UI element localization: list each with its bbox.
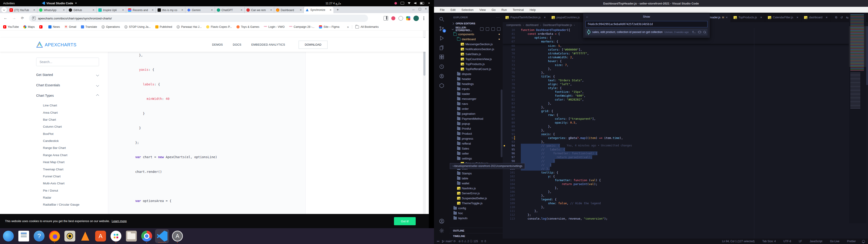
vscode-title-bar[interactable]: DashboardTopHeader.js - seller-storefron… (434, 0, 868, 7)
apexcharts-logo[interactable]: APEXCHARTS (36, 41, 76, 48)
bookmark-item[interactable]: Maps (23, 25, 35, 28)
site-nav-link[interactable]: DEMOS (212, 43, 223, 46)
remote-explorer-icon[interactable] (439, 83, 445, 89)
bookmark-item[interactable]: Login - VWO (264, 25, 285, 28)
sidebar-chart-type-link[interactable]: Line Chart (36, 102, 104, 109)
tree-item[interactable]: Printful (450, 126, 503, 131)
lightbulb-icon[interactable] (503, 132, 506, 136)
tree-item[interactable]: inputs (450, 86, 503, 91)
extensions-puzzle-icon[interactable] (406, 16, 410, 20)
tree-item[interactable]: headings (450, 81, 503, 86)
lightbulb-icon[interactable] (503, 59, 506, 63)
diagnostics-status[interactable]: 0 2 125 (458, 240, 478, 243)
lightbulb-icon[interactable] (503, 201, 506, 205)
tree-item[interactable]: ServerError.js (450, 191, 503, 196)
bookmark-item[interactable]: Flavio Copes P... (206, 25, 232, 28)
menu-item[interactable]: View (479, 8, 486, 11)
status-bar-item[interactable]: JavaScript (810, 240, 822, 243)
browser-tab[interactable]: Dashboard (274, 7, 304, 13)
minimize-button[interactable] (412, 8, 415, 10)
tree-item[interactable]: PaymentMethod (450, 116, 503, 121)
tab-close-icon[interactable] (330, 8, 332, 11)
minimap[interactable] (849, 13, 866, 223)
lightbulb-icon[interactable] (503, 124, 506, 128)
dock-app-icon[interactable] (94, 229, 107, 243)
bookmark-item[interactable]: Site – Figma (319, 25, 339, 28)
bookmark-item[interactable]: Parwaaz Hai J... (177, 25, 202, 28)
lightbulb-icon[interactable] (503, 98, 506, 101)
menu-item[interactable]: File (440, 8, 445, 11)
lightbulb-icon[interactable] (503, 213, 506, 217)
bookmark-item[interactable] (39, 25, 44, 28)
git-branch-status[interactable]: main* (442, 240, 456, 243)
tab-close-icon[interactable] (63, 8, 65, 11)
lightbulb-icon[interactable] (503, 197, 506, 201)
tree-item[interactable]: settings (450, 156, 503, 161)
tab-search-button[interactable] (1, 7, 7, 12)
tree-item[interactable]: progress (450, 136, 503, 141)
tree-item[interactable]: layouts (450, 216, 503, 220)
editor-tab[interactable]: TopProducts.js (731, 13, 765, 22)
open-changes-icon[interactable]: ↺ (840, 16, 843, 19)
tree-item[interactable]: wallet (450, 181, 503, 186)
download-button[interactable]: DOWNLOAD (299, 41, 328, 49)
tab-close-icon[interactable] (760, 16, 762, 19)
tab-close-icon[interactable] (122, 8, 124, 11)
status-bar-item[interactable]: Go Live (830, 240, 839, 243)
tree-item[interactable]: refferal (450, 141, 503, 146)
browser-menu-icon[interactable] (423, 18, 424, 19)
browser-tab[interactable]: WhatsApp (37, 7, 67, 13)
bookmark-item[interactable]: STOP Using Ja... (124, 25, 151, 28)
bookmark-item[interactable]: Operations (101, 25, 120, 28)
gitlens-icon[interactable] (439, 64, 445, 69)
eye-icon[interactable] (698, 31, 701, 33)
editor-tab[interactable]: dashboard (801, 13, 831, 22)
extension-icon[interactable] (399, 16, 403, 21)
tree-item[interactable]: popup (450, 121, 503, 126)
lightbulb-icon[interactable] (503, 175, 506, 178)
sidebar-chart-type-link[interactable]: Radar (36, 194, 104, 201)
settings-gear-icon[interactable] (439, 228, 445, 234)
code-editor[interactable]: 68 size: 5, 69 colors: ["#000000"], 70 (503, 28, 849, 239)
maximize-button[interactable] (418, 8, 421, 10)
refresh-icon[interactable] (491, 27, 495, 31)
lightbulb-icon[interactable] (503, 44, 506, 48)
run-debug-icon[interactable] (439, 35, 445, 41)
focused-app-menu[interactable]: Visual Studio Code (42, 2, 76, 5)
tree-item[interactable]: pagination (450, 111, 503, 116)
tab-close-icon[interactable] (33, 8, 35, 11)
cookie-learn-more-link[interactable]: Learn more (112, 219, 127, 223)
lightbulb-icon[interactable] (503, 190, 506, 194)
lightbulb-icon[interactable] (503, 136, 506, 140)
live-share-icon[interactable] (439, 73, 445, 79)
breadcrumb-item[interactable]: DashboardTopHeader.js (543, 24, 575, 27)
back-arrow-icon[interactable] (583, 15, 591, 18)
browser-tab[interactable]: Can we rem (245, 7, 274, 13)
dock-app-icon[interactable] (1, 229, 16, 243)
sidebar-chart-type-link[interactable]: RadialBar / Circular Gauge (36, 201, 104, 208)
system-tray[interactable] (395, 2, 430, 4)
lightbulb-icon[interactable] (503, 159, 506, 163)
sidebar-chart-type-link[interactable]: Bar Chart (36, 116, 104, 123)
lightbulb-icon[interactable] (503, 63, 506, 67)
menu-item[interactable]: Terminal (513, 8, 524, 11)
lightbulb-icon[interactable] (503, 186, 506, 190)
tree-item[interactable]: SaleStats.js (450, 52, 503, 57)
dock-app-icon[interactable] (78, 229, 92, 243)
lightbulb-icon[interactable] (503, 71, 506, 74)
dock-app-icon[interactable]: • (170, 229, 184, 243)
tab-close-icon[interactable] (826, 16, 828, 19)
tree-item[interactable]: MessengerSection.js (450, 41, 503, 47)
menu-item[interactable]: Edit (451, 8, 456, 11)
tab-close-icon[interactable] (544, 16, 546, 19)
tree-item[interactable]: navs (450, 101, 503, 106)
breadcrumb-item[interactable]: components (506, 24, 524, 27)
sidebar-chart-type-link[interactable]: Area Chart (36, 109, 104, 116)
status-bar-item[interactable]: LF (799, 240, 802, 243)
tree-item[interactable]: Product (450, 131, 503, 136)
open-editors-section[interactable]: OPEN EDITORS (450, 21, 503, 26)
lightbulb-icon[interactable] (503, 48, 506, 52)
lightbulb-icon[interactable] (503, 209, 506, 213)
menu-item[interactable]: Help (530, 8, 536, 11)
tab-close-icon[interactable] (152, 8, 154, 11)
